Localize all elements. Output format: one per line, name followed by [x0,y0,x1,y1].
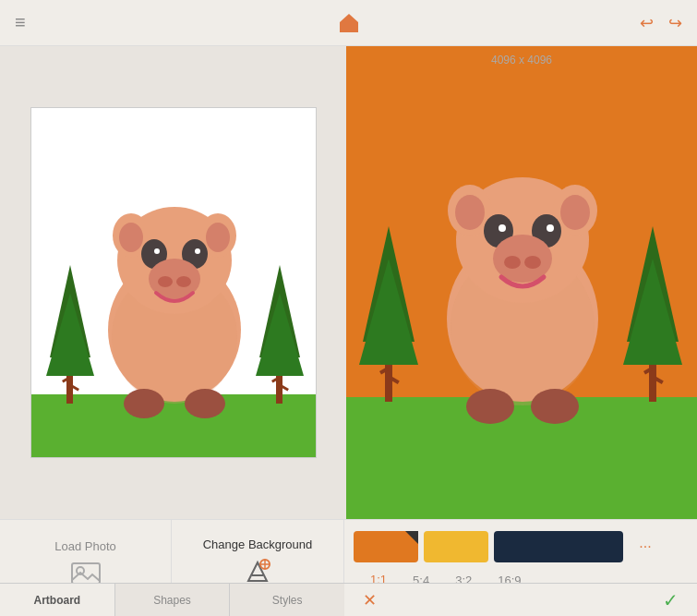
swatch-navy[interactable] [494,531,623,562]
swatch-orange[interactable] [354,531,418,562]
svg-rect-0 [31,394,317,458]
load-photo-label: Load Photo [54,539,116,553]
load-photo-icon [71,559,101,585]
swatch-yellow[interactable] [424,531,488,562]
header-center [336,10,362,36]
svg-point-45 [560,195,590,230]
tab-shapes[interactable]: Shapes [114,584,230,616]
tab-shapes-label: Shapes [153,594,191,607]
svg-point-23 [158,276,173,287]
menu-button[interactable]: ≡ [15,12,26,33]
header: ≡ ↩ ↪ [0,0,697,46]
svg-point-24 [176,276,191,287]
artboard-canvas[interactable] [30,107,317,458]
left-panel [0,46,346,519]
home-logo-icon [336,10,362,36]
svg-point-20 [154,248,160,254]
svg-point-51 [504,256,521,269]
bottom-toolbar: Load Photo Change Background ··· 1:1 5:4 [0,519,697,616]
tab-styles[interactable]: Styles [229,584,344,616]
svg-point-54 [531,389,579,424]
svg-point-25 [124,389,164,418]
change-background-label: Change Background [203,537,313,551]
bottom-tabs: Artboard Shapes Styles [0,583,344,616]
svg-point-21 [195,248,200,254]
svg-point-52 [524,256,541,269]
svg-rect-55 [72,563,100,584]
dimension-label: 4096 x 4096 [346,54,697,66]
svg-point-26 [185,389,225,418]
hamburger-icon: ≡ [15,12,26,32]
main-content: 4096 x 4096 [0,46,697,519]
redo-button[interactable]: ↪ [668,13,682,33]
cancel-button[interactable]: ✕ [363,590,377,610]
tab-artboard-label: Artboard [34,594,81,607]
more-swatches-button[interactable]: ··· [629,531,662,562]
svg-rect-28 [346,397,697,519]
header-right: ↩ ↪ [640,13,697,33]
svg-point-53 [466,389,514,424]
change-background-icon [243,557,272,586]
svg-point-43 [455,195,485,230]
confirm-button[interactable]: ✓ [663,589,679,611]
svg-marker-5 [46,293,94,376]
tab-artboard[interactable]: Artboard [0,584,114,616]
pig-scene-right [346,46,697,519]
right-bottom-actions: ✕ ✓ [344,583,697,616]
svg-marker-10 [256,293,304,376]
svg-point-49 [547,224,554,232]
tab-styles-label: Styles [272,594,303,607]
svg-point-15 [119,223,143,252]
pig-scene-left [31,108,317,458]
swatches-row: ··· [354,531,688,562]
svg-point-48 [499,224,506,232]
svg-point-17 [206,223,230,252]
header-left: ≡ [0,12,26,33]
right-panel: 4096 x 4096 [346,46,697,519]
undo-button[interactable]: ↩ [640,13,654,33]
